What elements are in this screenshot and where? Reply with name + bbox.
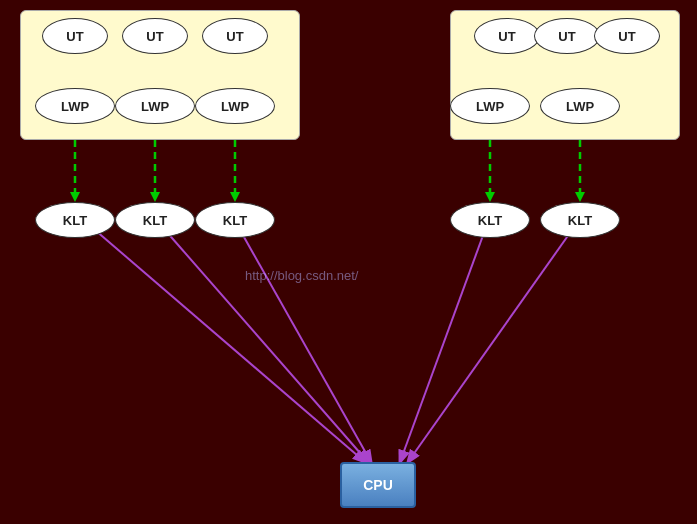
svg-marker-14 (485, 192, 495, 202)
lwp-left-2: LWP (115, 88, 195, 124)
klt-right-2: KLT (540, 202, 620, 238)
lwp-left-3: LWP (195, 88, 275, 124)
svg-line-19 (240, 230, 371, 462)
lwp-right-2: LWP (540, 88, 620, 124)
lwp-right-1: LWP (450, 88, 530, 124)
ut-right-1: UT (474, 18, 540, 54)
cpu-label: CPU (363, 477, 393, 493)
klt-left-3: KLT (195, 202, 275, 238)
svg-marker-16 (575, 192, 585, 202)
lwp-left-1: LWP (35, 88, 115, 124)
ut-right-2: UT (534, 18, 600, 54)
svg-line-21 (408, 230, 572, 462)
svg-marker-8 (230, 192, 240, 202)
ut-left-1: UT (42, 18, 108, 54)
klt-right-1: KLT (450, 202, 530, 238)
svg-line-18 (165, 230, 368, 462)
cpu-box: CPU (340, 462, 416, 508)
klt-left-1: KLT (35, 202, 115, 238)
svg-marker-4 (70, 192, 80, 202)
ut-left-3: UT (202, 18, 268, 54)
klt-left-2: KLT (115, 202, 195, 238)
ut-right-3: UT (594, 18, 660, 54)
svg-marker-6 (150, 192, 160, 202)
ut-left-2: UT (122, 18, 188, 54)
svg-line-17 (95, 230, 365, 462)
svg-line-20 (400, 230, 485, 462)
